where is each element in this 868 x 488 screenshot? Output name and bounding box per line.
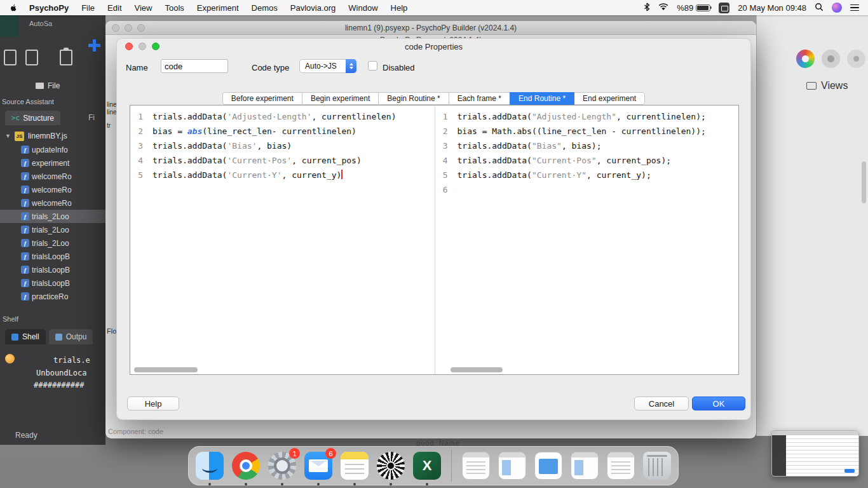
notes-icon[interactable] [339, 451, 370, 481]
function-icon: f [21, 172, 29, 180]
document-4-icon[interactable] [569, 451, 600, 481]
excel-icon[interactable]: X [412, 451, 442, 481]
control-center-icon[interactable] [850, 4, 859, 11]
bluetooth-icon[interactable] [644, 3, 650, 13]
tree-item[interactable]: fwelcomeRo [0, 196, 105, 210]
tree-item[interactable]: fupdateInfo [0, 143, 105, 156]
thumbnail-sidebar [772, 435, 786, 476]
battery-indicator[interactable]: %89 [677, 3, 710, 13]
document-1-icon[interactable] [461, 451, 491, 481]
vertical-scrollbar[interactable] [862, 161, 866, 203]
menu-clock[interactable]: 20 May Mon 09:48 [738, 3, 806, 13]
disc-icon[interactable] [376, 451, 406, 481]
notes-glyph [341, 452, 369, 480]
help-button[interactable]: Help [127, 396, 179, 410]
js-code-text[interactable]: trials.addData("Adjusted·Length", curren… [452, 105, 706, 374]
tab-shell[interactable]: Shell [5, 329, 46, 344]
menu-pavlovia-org[interactable]: Pavlovia.org [284, 3, 342, 13]
tree-item[interactable]: fpracticeRo [0, 290, 105, 303]
cancel-button[interactable]: Cancel [634, 396, 689, 410]
new-file-icon[interactable] [4, 50, 17, 65]
zoom-button[interactable] [152, 43, 159, 50]
tree-item[interactable]: ftrialsLoopB [0, 263, 105, 276]
menu-file[interactable]: File [75, 3, 101, 13]
menu-demos[interactable]: Demos [245, 3, 284, 13]
views-label: Views [821, 80, 848, 92]
ok-button[interactable]: OK [692, 396, 745, 410]
builder-title-bar[interactable]: linemn1 (9).psyexp - PsychoPy Builder (v… [105, 21, 756, 35]
line-number: 4 [435, 153, 448, 168]
tab-end-routine[interactable]: End Routine * [510, 92, 574, 105]
tree-item[interactable]: ftrialsLoopB [0, 250, 105, 263]
python-code-text[interactable]: trials.addData('Adjusted·Length', curren… [147, 105, 397, 374]
document-5-icon[interactable] [606, 451, 636, 481]
toolbar-circle-icon-2[interactable] [847, 50, 865, 68]
menu-help[interactable]: Help [384, 3, 414, 13]
wifi-icon[interactable] [658, 3, 668, 13]
close-button[interactable] [112, 24, 119, 32]
trash-icon[interactable] [642, 451, 672, 481]
code-editor: 12345 trials.addData('Adjusted·Length', … [130, 105, 739, 375]
color-wheel-icon[interactable] [796, 50, 815, 68]
line-number: 3 [130, 139, 143, 153]
name-input[interactable] [161, 59, 228, 73]
spotlight-icon[interactable] [815, 3, 824, 13]
add-icon[interactable] [88, 39, 100, 51]
tree-item[interactable]: fwelcomeRo [0, 183, 105, 196]
code-type-select[interactable]: Auto->JS [299, 59, 356, 73]
siri-icon[interactable] [832, 3, 842, 13]
tree-item[interactable]: ftrials_2Loo [0, 210, 105, 223]
tab-structure[interactable]: >c Structure [5, 111, 60, 125]
menu-experiment[interactable]: Experiment [191, 3, 245, 13]
tree-item[interactable]: fwelcomeRo [0, 170, 105, 183]
menu-app-name[interactable]: PsychoPy [23, 3, 75, 13]
tab-end-experiment[interactable]: End experiment [574, 92, 645, 105]
tab-each-frame[interactable]: Each frame * [449, 92, 510, 105]
system-preferences-icon[interactable]: 1 [267, 451, 297, 481]
flow-panel-fragment: Flo [107, 327, 116, 335]
menu-view[interactable]: View [128, 3, 159, 13]
line-number-gutter: 12345 [130, 105, 147, 374]
open-file-icon[interactable] [25, 50, 38, 65]
disabled-checkbox[interactable] [368, 61, 377, 71]
file-icon [36, 83, 44, 89]
horizontal-scrollbar[interactable] [134, 367, 198, 372]
function-icon: f [21, 159, 29, 167]
minimize-button[interactable] [125, 24, 132, 32]
tab-file-partial[interactable]: Fi [88, 113, 95, 122]
menu-tools[interactable]: Tools [158, 3, 190, 13]
window-preview-thumbnail[interactable] [771, 430, 859, 477]
tree-item[interactable]: ftrialsLoopB [0, 276, 105, 290]
tree-root[interactable]: ▼ JS linemnBY.js [0, 129, 105, 143]
tab-before-experiment[interactable]: Before experiment [222, 92, 302, 105]
python-code-pane[interactable]: 12345 trials.addData('Adjusted·Length', … [130, 105, 435, 374]
close-button[interactable] [125, 43, 133, 50]
chrome-icon[interactable] [231, 451, 261, 481]
function-icon: f [21, 199, 29, 207]
menu-edit[interactable]: Edit [101, 3, 128, 13]
views-button[interactable]: Views [806, 80, 848, 92]
tab-begin-experiment[interactable]: Begin experiment [302, 92, 379, 105]
document-2-icon[interactable] [497, 451, 527, 481]
expand-caret-icon[interactable]: ▼ [5, 133, 11, 139]
menu-window[interactable]: Window [342, 3, 384, 13]
minimize-button[interactable] [139, 43, 146, 50]
mail-icon[interactable]: 6 [303, 451, 334, 481]
tree-item[interactable]: ftrials_2Loo [0, 236, 105, 250]
tree-item[interactable]: ftrials_2Loo [0, 223, 105, 236]
toolbar-circle-icon[interactable] [822, 50, 840, 68]
finder-icon[interactable] [194, 451, 225, 481]
tree-item[interactable]: fexperiment [0, 156, 105, 170]
tab-output[interactable]: Outpu [49, 329, 93, 344]
apple-menu-icon[interactable] [9, 3, 18, 13]
tab-begin-routine[interactable]: Begin Routine * [378, 92, 449, 105]
js-code-pane[interactable]: 123456 trials.addData("Adjusted·Length",… [435, 105, 739, 374]
horizontal-scrollbar[interactable] [451, 367, 503, 372]
document-3-icon[interactable] [533, 451, 564, 481]
code-line: trials.addData('Adjusted·Length', curren… [153, 109, 397, 124]
dialog-title-bar[interactable]: code Properties [117, 39, 750, 54]
finder-glyph [196, 452, 224, 480]
clipboard-icon[interactable] [60, 50, 72, 65]
zoom-button[interactable] [137, 24, 145, 32]
input-source-icon[interactable] [719, 3, 729, 13]
